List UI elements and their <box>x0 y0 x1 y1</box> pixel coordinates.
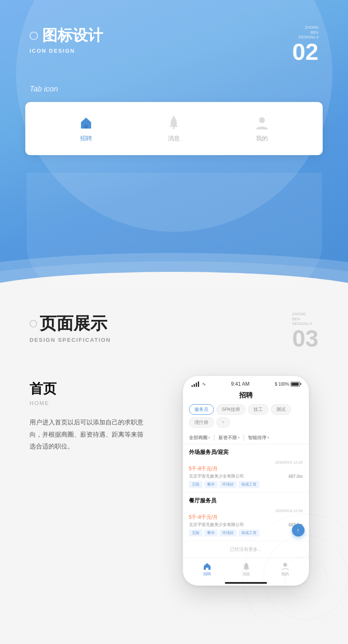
tab-label-zhaopin: 招聘 <box>80 135 92 142</box>
home-title-cn: 首页 <box>30 380 148 398</box>
fab-button[interactable]: ↑ <box>292 524 305 537</box>
app-nav-xiaoxi[interactable]: 消息 <box>243 562 250 577</box>
job-list-item-2[interactable]: 2020/5/19 12:20 5千-8千元/月 北京宇宙无敌美少女有限公司 6… <box>183 505 309 541</box>
tab-icon-label: Tab icon <box>0 64 348 102</box>
circle-outline-icon <box>30 320 37 327</box>
section1-number: 02 <box>292 40 318 64</box>
tab-bar: 招聘 消息 我的 <box>25 102 323 155</box>
house-icon <box>78 115 94 131</box>
section2-number: 03 <box>292 327 318 350</box>
app-bottom-nav: 招聘 消息 <box>183 558 309 580</box>
svg-point-7 <box>245 569 247 571</box>
filter-sort[interactable]: 智能排序 ▾ <box>248 435 269 441</box>
job-section-title-2: 餐厅服务员 <box>183 493 309 505</box>
app-nav-person-icon <box>281 562 289 571</box>
signal-bar-4 <box>198 381 199 387</box>
section1-title-block: 图标设计 ICON DESIGN <box>30 25 103 54</box>
home-showcase: 首页 HOME 用户进入首页以后可以添加自己的求职意向，并根据商圈、薪资待遇、距… <box>0 371 348 586</box>
app-title: 招聘 <box>183 389 309 404</box>
page-design-section: 页面展示 DESIGN SPECIFICATION ZHONGBENDESIGN… <box>0 287 348 620</box>
filter-arrow-1: ▾ <box>208 436 210 440</box>
app-nav-wode[interactable]: 我的 <box>281 562 289 577</box>
job-tag-2-3: 环境好 <box>219 529 237 537</box>
filter-sep-2: | <box>243 434 245 441</box>
tag-jigong[interactable]: 技工 <box>248 404 268 415</box>
svg-point-4 <box>173 127 175 129</box>
battery-fill <box>291 383 298 386</box>
section2-title-block: 页面展示 DESIGN SPECIFICATION <box>30 312 111 343</box>
home-description: 用户进入首页以后可以添加自己的求职意向，并根据商圈、薪资待遇、距离等来筛选合适的… <box>30 416 148 453</box>
wave-decoration <box>0 236 348 287</box>
app-nav-house-icon <box>203 562 211 571</box>
svg-point-2 <box>0 272 348 287</box>
signal-bars-icon <box>192 381 199 387</box>
section1-number-block: ZHONGBENDESIGN1.0 02 <box>292 25 318 64</box>
zhong-ben-dark-label: ZHONGBENDESIGN1.0 <box>292 312 318 327</box>
section2-number-block: ZHONGBENDESIGN1.0 03 <box>292 312 318 350</box>
job-section-title-1: 外场服务员/迎宾 <box>183 444 309 457</box>
job-list-item-1[interactable]: 2020/5/19 12:20 5千-8千元/月 北京宇宙无敌美少女有限公司 6… <box>183 457 309 493</box>
job-date-1: 2020/5/19 12:20 <box>275 460 302 464</box>
section1-title-en: ICON DESIGN <box>30 48 103 54</box>
job-tag-1-1: 五险 <box>189 481 202 488</box>
job-tag-2-2: 餐补 <box>204 529 218 537</box>
tag-spa[interactable]: SPA技师 <box>216 404 245 415</box>
tab-item-wode[interactable]: 我的 <box>254 115 270 142</box>
section2-header: 页面展示 DESIGN SPECIFICATION ZHONGBENDESIGN… <box>0 312 348 350</box>
status-time: 9:41 AM <box>231 381 250 387</box>
job-company-row-1: 北京宇宙无敌美少女有限公司 687.0m <box>189 473 303 479</box>
section1-title-cn: 图标设计 <box>30 25 103 46</box>
job-dist-1: 687.0m <box>289 474 302 479</box>
filter-shangquan[interactable]: 全部商圈 ▾ <box>189 435 210 441</box>
filter-sep-1: | <box>213 434 215 441</box>
tag-liaoyang[interactable]: 理疗师 <box>189 417 214 428</box>
wifi-icon: ∿ <box>202 381 206 387</box>
job-item-2-header: 2020/5/19 12:20 <box>189 509 303 513</box>
job-item-1-header: 2020/5/19 12:20 <box>189 460 303 464</box>
app-nav-zhaopin[interactable]: 招聘 <box>203 562 211 577</box>
section1-header: 图标设计 ICON DESIGN ZHONGBENDESIGN1.0 02 <box>0 0 348 64</box>
job-date-2: 2020/5/19 12:20 <box>275 509 302 513</box>
svg-rect-3 <box>84 125 88 129</box>
section2-title-en: DESIGN SPECIFICATION <box>30 337 111 343</box>
signal-bar-2 <box>194 384 195 387</box>
filter-row: 全部商圈 ▾ | 薪资不限 ▾ | 智能排序 ▾ <box>183 431 309 444</box>
job-company-2: 北京宇宙无敌美少女有限公司 <box>189 522 244 528</box>
phone-mockup: ∿ 9:41 AM $ 100% 招聘 服务员 SPA技师 <box>165 371 327 586</box>
svg-rect-5 <box>173 116 175 118</box>
battery-icon <box>291 382 300 386</box>
home-text-area: 首页 HOME 用户进入首页以后可以添加自己的求职意向，并根据商圈、薪资待遇、距… <box>21 371 156 461</box>
tag-fuwuyuan[interactable]: 服务员 <box>189 404 214 415</box>
phone-status-bar: ∿ 9:41 AM $ 100% <box>183 376 309 389</box>
tag-add[interactable]: + <box>216 417 230 428</box>
tag-ceshi[interactable]: 测试 <box>271 404 291 415</box>
svg-point-6 <box>259 117 265 123</box>
job-salary-2: 5千-8千元/月 <box>189 514 303 521</box>
job-tag-1-3: 环境好 <box>219 481 237 488</box>
job-salary-1: 5千-8千元/月 <box>189 465 303 472</box>
status-right: $ 100% <box>275 382 300 386</box>
app-nav-label-zhaopin: 招聘 <box>203 572 211 577</box>
filter-xinzi[interactable]: 薪资不限 ▾ <box>219 435 240 441</box>
job-tag-1-2: 餐补 <box>204 481 218 488</box>
job-company-1: 北京宇宙无敌美少女有限公司 <box>189 473 244 479</box>
tab-label-xiaoxi: 消息 <box>168 135 180 142</box>
zhong-ben-label: ZHONGBENDESIGN1.0 <box>292 25 318 40</box>
icon-design-section: 图标设计 ICON DESIGN ZHONGBENDESIGN1.0 02 Ta… <box>0 0 348 287</box>
no-more-text: 已经没有更多... <box>183 541 309 558</box>
job-tags-2: 五险 餐补 环境好 保成工资 <box>189 529 303 537</box>
job-tags-row: 服务员 SPA技师 技工 测试 理疗师 + <box>183 404 309 431</box>
job-tag-2-4: 保成工资 <box>238 529 259 537</box>
home-title-en: HOME <box>30 400 148 406</box>
tab-item-zhaopin[interactable]: 招聘 <box>78 115 94 142</box>
app-nav-bell-icon <box>243 562 250 571</box>
tab-item-xiaoxi[interactable]: 消息 <box>165 115 182 142</box>
section2-title-cn: 页面展示 <box>30 312 111 335</box>
app-nav-label-xiaoxi: 消息 <box>243 572 250 577</box>
phone-frame: ∿ 9:41 AM $ 100% 招聘 服务员 SPA技师 <box>183 376 309 586</box>
tab-label-wode: 我的 <box>256 135 268 142</box>
job-company-row-2: 北京宇宙无敌美少女有限公司 687.0m <box>189 522 303 528</box>
job-tag-2-1: 五险 <box>189 529 202 537</box>
svg-point-1 <box>0 261 348 287</box>
bell-icon <box>165 115 182 131</box>
